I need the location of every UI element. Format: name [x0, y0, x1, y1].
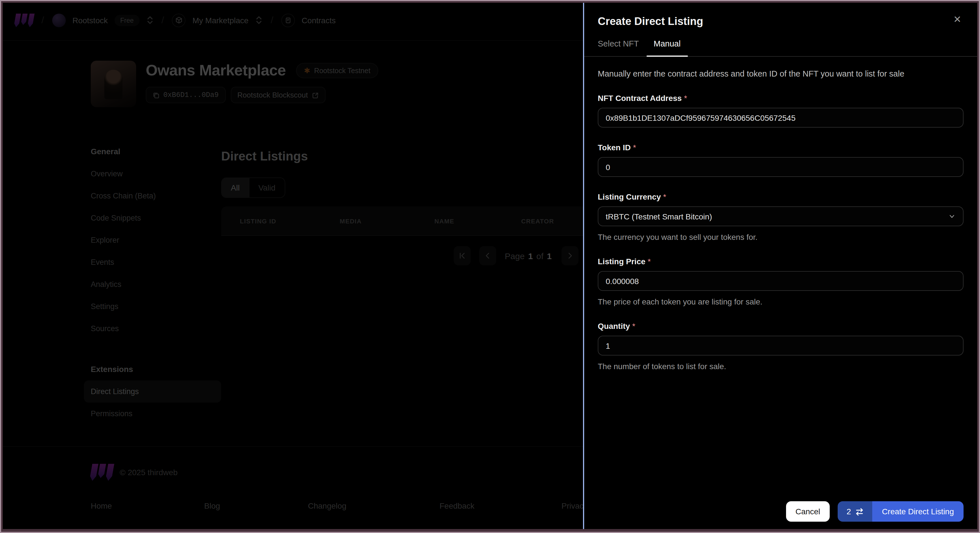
tab-manual[interactable]: Manual — [646, 39, 688, 56]
required-asterisk: * — [684, 94, 687, 103]
required-asterisk: * — [648, 257, 651, 266]
tab-select-nft[interactable]: Select NFT — [590, 39, 646, 56]
listing-currency-label: Listing Currency* — [598, 192, 964, 201]
create-direct-listing-button[interactable]: Create Direct Listing — [872, 501, 964, 522]
screenshot-stage: / Rootstock Free / My Marketplace / — [0, 0, 980, 533]
create-direct-listing-drawer: Create Direct Listing ✕ Select NFT Manua… — [583, 3, 977, 529]
swap-arrows-icon — [855, 507, 864, 516]
required-asterisk: * — [633, 143, 636, 152]
drawer-title: Create Direct Listing — [598, 15, 703, 28]
required-asterisk: * — [663, 192, 667, 201]
contract-address-input[interactable] — [598, 108, 964, 127]
listing-currency-select[interactable]: tRBTC (Testnet Smart Bitcoin) — [598, 207, 964, 226]
submit-button-group: 2 Create Direct Listing — [838, 501, 964, 522]
quantity-label: Quantity* — [598, 321, 964, 331]
drawer-description: Manually enter the contract address and … — [584, 69, 977, 78]
currency-help-text: The currency you want to sell your token… — [598, 232, 964, 242]
contract-address-label: NFT Contract Address* — [598, 94, 964, 103]
close-icon[interactable]: ✕ — [949, 11, 966, 28]
token-id-input[interactable] — [598, 157, 964, 177]
cancel-button[interactable]: Cancel — [786, 501, 830, 522]
quantity-help-text: The number of tokens to list for sale. — [598, 362, 964, 371]
listing-price-input[interactable] — [598, 271, 964, 291]
price-help-text: The price of each token you are listing … — [598, 297, 964, 306]
transaction-count-badge[interactable]: 2 — [838, 501, 872, 522]
quantity-input[interactable] — [598, 336, 964, 355]
listing-price-label: Listing Price* — [598, 257, 964, 266]
chevron-down-icon — [948, 213, 956, 220]
drawer-tabs: Select NFT Manual — [584, 39, 977, 57]
token-id-label: Token ID* — [598, 143, 964, 152]
required-asterisk: * — [632, 321, 635, 331]
